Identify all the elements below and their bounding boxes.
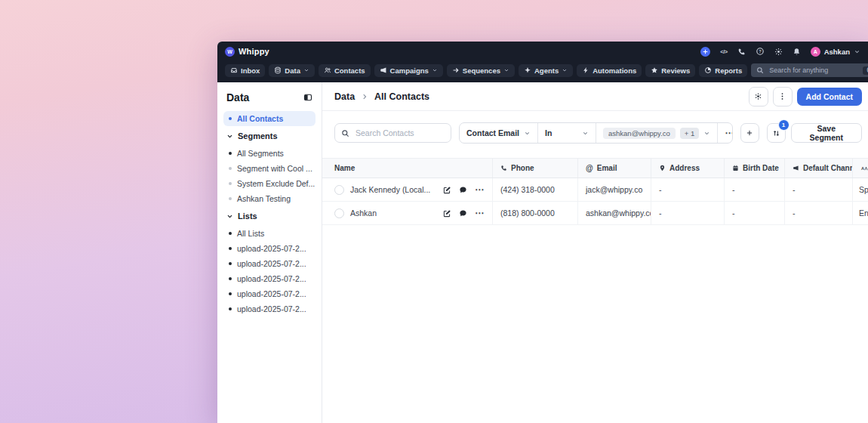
developer-icon[interactable]: </>: [720, 48, 727, 55]
create-new-button[interactable]: [700, 47, 710, 57]
nav-item-automations[interactable]: Automations: [577, 64, 642, 77]
col-header-language[interactable]: A: [853, 159, 868, 178]
phone-icon: [500, 165, 507, 171]
filter-value-select[interactable]: ashkan@whippy.co + 1: [596, 123, 718, 143]
col-header-email[interactable]: @ Email: [578, 159, 651, 178]
sidebar-item-segment[interactable]: Segment with Cool ...: [223, 161, 315, 176]
sidebar-item-segment[interactable]: System Exclude Def...: [223, 176, 315, 191]
contact-default-channel: -: [785, 178, 853, 201]
contact-language: Sp: [853, 178, 868, 201]
nav-item-contacts[interactable]: Contacts: [319, 64, 371, 77]
sidebar-item-upload-list[interactable]: upload-2025-07-2...: [223, 301, 315, 316]
filter-operator-select[interactable]: In: [538, 123, 596, 143]
sidebar-item-segment[interactable]: Ashkan Testing: [223, 191, 315, 206]
sort-button[interactable]: 1: [767, 123, 786, 143]
breadcrumb-root[interactable]: Data: [334, 91, 355, 102]
address-pin-icon: [659, 165, 666, 171]
collapse-sidebar-icon[interactable]: [303, 93, 312, 102]
data-sidebar: Data All Contacts Segments All Segments …: [217, 82, 322, 423]
contact-address: -: [651, 202, 725, 224]
chevron-down-icon: [524, 130, 531, 137]
nav-item-reports[interactable]: Reports: [699, 64, 747, 77]
search-icon: [341, 129, 349, 137]
whippy-logo[interactable]: W: [225, 47, 235, 57]
row-checkbox[interactable]: [334, 208, 344, 218]
sidebar-item-upload-list[interactable]: upload-2025-07-2...: [223, 286, 315, 301]
database-icon: [274, 66, 282, 74]
contacts-search-input[interactable]: [354, 128, 445, 138]
bullet-icon: [229, 277, 232, 280]
svg-text:?: ?: [759, 49, 762, 54]
sidebar-item-all-segments[interactable]: All Segments: [223, 146, 315, 161]
language-icon: A: [860, 165, 868, 172]
add-contact-button[interactable]: Add Contact: [797, 88, 862, 106]
nav-item-sequences[interactable]: Sequences: [447, 64, 515, 77]
nav-item-campaigns[interactable]: Campaigns: [374, 64, 443, 77]
global-search[interactable]: Ctrl + K: [751, 63, 868, 77]
add-filter-button[interactable]: [740, 123, 759, 143]
app-window: W Whippy </> ? A: [217, 42, 868, 423]
nav-item-data[interactable]: Data: [269, 64, 315, 77]
sidebar-item-upload-list[interactable]: upload-2025-07-2...: [223, 271, 315, 286]
sparkle-icon: [524, 66, 531, 74]
edit-icon[interactable]: [443, 209, 451, 218]
sidebar-group-segments[interactable]: Segments: [223, 126, 315, 146]
message-bubble-icon[interactable]: [459, 186, 467, 194]
filter-condition-group: Contact Email In ashkan@whippy.co + 1 ⋯: [459, 122, 733, 144]
chevron-down-icon: [303, 67, 309, 73]
nav-item-inbox[interactable]: Inbox: [225, 64, 265, 77]
col-header-default-channel[interactable]: Default Channel: [785, 159, 853, 178]
filter-field-select[interactable]: Contact Email: [460, 123, 538, 143]
kebab-menu-button[interactable]: [773, 87, 793, 107]
save-segment-button[interactable]: Save Segment: [791, 123, 862, 143]
chevron-right-icon: [361, 93, 368, 100]
message-bubble-icon[interactable]: [459, 209, 467, 218]
contacts-table: Name Phone @ Email Address: [322, 158, 868, 225]
edit-icon[interactable]: [443, 186, 451, 194]
chevron-down-icon: [503, 67, 509, 73]
bullet-icon: [229, 232, 232, 235]
row-checkbox[interactable]: [334, 185, 344, 195]
phone-icon[interactable]: [737, 48, 746, 56]
col-header-birth-date[interactable]: Birth Date: [725, 159, 785, 178]
row-more-button[interactable]: ⋯: [475, 208, 485, 218]
brand-name: Whippy: [239, 47, 269, 56]
col-header-phone[interactable]: Phone: [493, 159, 578, 178]
sidebar-item-upload-list[interactable]: upload-2025-07-2...: [223, 256, 315, 271]
contact-name: Ashkan: [350, 208, 377, 218]
sidebar-item-upload-list[interactable]: upload-2025-07-2...: [223, 241, 315, 256]
nav-item-reviews[interactable]: Reviews: [645, 64, 695, 77]
megaphone-icon: [793, 165, 799, 171]
bullet-icon: [229, 167, 232, 170]
chevron-down-icon: [432, 67, 438, 73]
nav-item-agents[interactable]: Agents: [519, 64, 573, 77]
sort-count-badge: 1: [778, 119, 790, 131]
view-settings-button[interactable]: [749, 87, 768, 107]
global-search-input[interactable]: [768, 66, 859, 75]
notifications-bell-icon[interactable]: [793, 48, 801, 56]
settings-gear-icon[interactable]: [774, 48, 783, 56]
star-icon: [651, 66, 658, 74]
row-more-button[interactable]: ⋯: [475, 184, 485, 195]
chevron-down-icon: [562, 67, 568, 73]
col-header-address[interactable]: Address: [651, 159, 725, 178]
table-row[interactable]: Jack Kennedy (Local... ⋯ (424) 318-0000 …: [322, 178, 868, 202]
bullet-icon: [229, 117, 232, 120]
filter-value-tag: ashkan@whippy.co: [603, 128, 676, 139]
sidebar-group-lists[interactable]: Lists: [223, 206, 315, 226]
sidebar-item-all-contacts[interactable]: All Contacts: [223, 111, 315, 126]
calendar-icon: [732, 165, 739, 171]
user-menu[interactable]: A Ashkan: [811, 47, 860, 57]
user-name: Ashkan: [824, 48, 850, 56]
bullet-icon: [229, 152, 232, 155]
help-icon[interactable]: ?: [756, 47, 765, 56]
col-header-name[interactable]: Name: [322, 159, 493, 178]
filter-more-options-button[interactable]: ⋯: [718, 123, 732, 143]
bullet-icon: [229, 292, 232, 295]
contact-phone: (424) 318-0000: [493, 178, 578, 201]
table-row[interactable]: Ashkan ⋯ (818) 800-0000 ashkan@whippy.co…: [322, 202, 868, 225]
contact-address: -: [651, 178, 725, 201]
sidebar-item-all-lists[interactable]: All Lists: [223, 226, 315, 241]
chevron-down-icon: [226, 133, 233, 140]
contacts-search-box[interactable]: [334, 123, 451, 143]
